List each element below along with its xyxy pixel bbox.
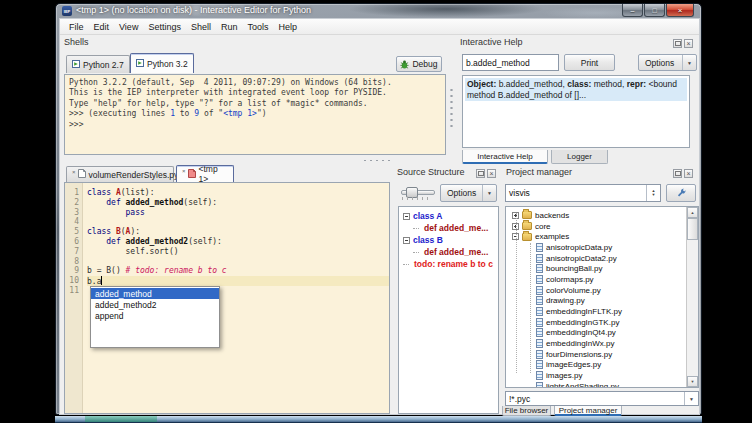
autocomplete-item[interactable]: added_method2 bbox=[91, 299, 219, 310]
autocomplete-item[interactable]: append bbox=[91, 310, 219, 321]
spinner-icon[interactable]: ▲ ▼ bbox=[646, 185, 660, 201]
menu-item-settings[interactable]: Settings bbox=[143, 22, 186, 32]
menu-item-file[interactable]: File bbox=[64, 22, 89, 32]
python-file-icon bbox=[536, 382, 543, 388]
file-row[interactable]: embeddingInGTK.py bbox=[506, 317, 686, 328]
shell-tab[interactable]: Python 2.7 bbox=[66, 55, 130, 73]
vertical-splitter-handle[interactable] bbox=[449, 87, 454, 131]
tab-project-manager[interactable]: Project manager bbox=[554, 406, 622, 416]
shell-tab[interactable]: Python 3.2 bbox=[130, 53, 194, 73]
folder-row[interactable]: core bbox=[506, 221, 686, 232]
help-panel-title: Interactive Help bbox=[460, 37, 523, 47]
tab-close-icon[interactable]: × bbox=[182, 168, 186, 174]
close-panel-icon[interactable]: × bbox=[684, 169, 693, 178]
collapse-icon[interactable] bbox=[403, 237, 410, 244]
project-select[interactable]: visvis ▲ ▼ bbox=[505, 184, 661, 202]
structure-depth-slider[interactable] bbox=[399, 185, 435, 201]
close-panel-icon[interactable]: × bbox=[487, 169, 496, 178]
folder-row[interactable]: examples bbox=[506, 231, 686, 242]
file-row[interactable]: bouncingBall.py bbox=[506, 263, 686, 274]
folder-row[interactable]: backends bbox=[506, 210, 686, 221]
file-row[interactable]: anisotropicData.py bbox=[506, 242, 686, 253]
tab-logger[interactable]: Logger bbox=[551, 150, 608, 164]
text-segment: <tmp 1> bbox=[223, 109, 257, 118]
help-options-label: Options bbox=[645, 58, 674, 68]
close-panel-icon[interactable]: × bbox=[684, 39, 693, 48]
help-query-value: b.added_method bbox=[466, 58, 530, 68]
code-line: pass bbox=[87, 208, 389, 218]
debug-button[interactable]: Debug bbox=[396, 56, 442, 72]
help-highlighted-text: Object: b.added_method, class: method, r… bbox=[465, 78, 687, 101]
console-line: This is the IEP interpreter with integra… bbox=[69, 88, 445, 98]
text-segment: added_method2 bbox=[126, 237, 189, 246]
menu-item-view[interactable]: View bbox=[114, 22, 143, 32]
structure-item[interactable]: todo: rename b to c bbox=[399, 258, 498, 270]
structure-item[interactable]: def added_me... bbox=[399, 246, 498, 258]
file-row[interactable]: embeddingInFLTK.py bbox=[506, 306, 686, 317]
file-row[interactable]: drawing.py bbox=[506, 296, 686, 307]
shell-console[interactable]: Python 3.2.2 (default, Sep 4 2011, 09:07… bbox=[64, 74, 446, 155]
autocomplete-item[interactable]: added_method bbox=[91, 288, 219, 299]
code-line bbox=[87, 257, 389, 267]
wrench-icon bbox=[676, 188, 687, 199]
text-segment: b.a bbox=[87, 277, 101, 286]
taskbar[interactable] bbox=[55, 416, 702, 423]
scrollbar-thumb[interactable] bbox=[687, 218, 698, 240]
file-row[interactable]: embeddingInWx.py bbox=[506, 338, 686, 349]
tab-file-browser[interactable]: File browser bbox=[502, 406, 551, 416]
project-config-button[interactable] bbox=[666, 184, 696, 202]
help-query-input[interactable]: b.added_method bbox=[462, 54, 559, 71]
structure-item[interactable]: def added_me... bbox=[399, 222, 498, 234]
editor-tab[interactable]: ×volumeRenderStyles.py bbox=[66, 166, 174, 182]
minimize-button[interactable]: – bbox=[622, 4, 643, 17]
text-segment: b.added_method, bbox=[496, 79, 567, 89]
menu-item-run[interactable]: Run bbox=[216, 22, 243, 32]
text-caret bbox=[101, 276, 102, 285]
source-structure-tree[interactable]: class Adef added_me...class Bdef added_m… bbox=[398, 206, 499, 414]
help-content[interactable]: Object: b.added_method, class: method, r… bbox=[462, 75, 690, 148]
project-file-tree[interactable]: backendscoreexamplesanisotropicData.pyan… bbox=[505, 206, 699, 388]
maximize-button[interactable]: □ bbox=[644, 4, 665, 17]
menu-item-help[interactable]: Help bbox=[273, 22, 302, 32]
file-row[interactable]: fourDimensions.py bbox=[506, 349, 686, 360]
bug-icon bbox=[400, 60, 409, 69]
print-button[interactable]: Print bbox=[564, 54, 615, 71]
help-options-button[interactable]: Options ▼ bbox=[638, 54, 697, 71]
structure-options-button[interactable]: Options ▼ bbox=[440, 184, 497, 202]
code-line: b = B() # todo: rename b to c bbox=[87, 266, 389, 276]
scroll-down-button[interactable]: ▼ bbox=[687, 376, 698, 387]
file-row[interactable]: anisotropicData2.py bbox=[506, 253, 686, 264]
collapse-icon[interactable] bbox=[403, 213, 410, 220]
menu-item-edit[interactable]: Edit bbox=[89, 22, 115, 32]
folder-name: backends bbox=[535, 211, 569, 220]
debug-button-label: Debug bbox=[412, 59, 437, 69]
python-file-icon bbox=[536, 307, 543, 316]
tab-interactive-help[interactable]: Interactive Help bbox=[462, 150, 548, 164]
file-row[interactable]: images.py bbox=[506, 370, 686, 381]
tree-guide bbox=[516, 213, 517, 373]
project-tree-scrollbar[interactable]: ▲ ▼ bbox=[686, 207, 698, 387]
file-row[interactable]: embeddingInQt4.py bbox=[506, 328, 686, 339]
scroll-up-button[interactable]: ▲ bbox=[687, 207, 698, 218]
float-panel-icon[interactable] bbox=[476, 169, 485, 178]
structure-item[interactable]: class B bbox=[399, 234, 498, 246]
file-row[interactable]: imageEdges.py bbox=[506, 360, 686, 371]
line-number: 2 bbox=[65, 198, 82, 208]
menu-item-shell[interactable]: Shell bbox=[186, 22, 216, 32]
text-segment: to bbox=[175, 109, 194, 118]
file-row[interactable]: lightsAndShading.py bbox=[506, 381, 686, 388]
file-row[interactable]: colormaps.py bbox=[506, 274, 686, 285]
title-bar[interactable]: IEP <tmp 1> (no location on disk) - Inte… bbox=[56, 4, 701, 18]
float-panel-icon[interactable] bbox=[673, 169, 682, 178]
horizontal-splitter-handle[interactable] bbox=[362, 158, 390, 163]
menu-item-tools[interactable]: Tools bbox=[242, 22, 273, 32]
file-name: embeddingInQt4.py bbox=[546, 328, 616, 337]
code-line: def added_method(self): bbox=[87, 198, 389, 208]
file-filter-combo[interactable]: !*.pyc ▼ bbox=[505, 391, 699, 406]
close-button[interactable]: × bbox=[666, 4, 694, 17]
tab-close-icon[interactable]: × bbox=[72, 169, 76, 175]
float-panel-icon[interactable] bbox=[673, 39, 682, 48]
structure-item[interactable]: class A bbox=[399, 210, 498, 222]
editor-tab[interactable]: ×<tmp 1> bbox=[176, 165, 234, 182]
file-row[interactable]: colorVolume.py bbox=[506, 285, 686, 296]
